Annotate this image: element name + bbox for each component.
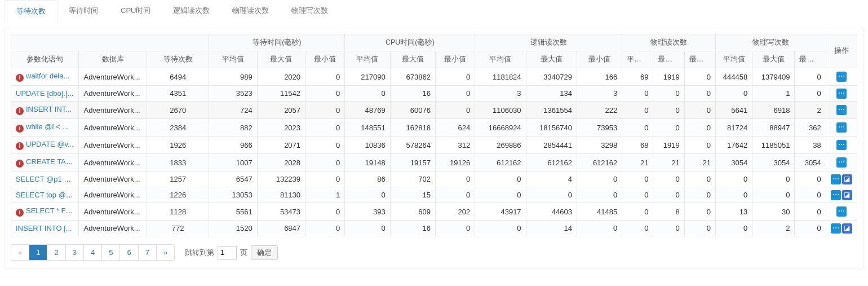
cell-pr-avg: 0 (622, 102, 653, 119)
table-row: iwaitfor dela...AdventureWork...64949892… (11, 68, 857, 86)
header-sql: 参数化语句 (11, 51, 79, 68)
cell-pr-avg: 0 (622, 187, 653, 203)
cell-lr-avg: 3 (475, 86, 526, 102)
header-cpu-avg: 平均值 (345, 51, 390, 68)
more-icon[interactable]: ⋯ (836, 140, 847, 150)
page-link[interactable]: 7 (139, 245, 156, 260)
sql-link[interactable]: while @i < ... (26, 122, 68, 131)
tab-5[interactable]: 物理写次数 (280, 0, 339, 22)
table-row: INSERT INTO [...AdventureWork...77215206… (11, 221, 857, 236)
cell-pr-max: 21 (653, 154, 684, 171)
cell-pw-min: 3054 (795, 154, 826, 171)
cell-pw-max: 1379409 (752, 68, 795, 86)
cell-wt-min: 0 (305, 137, 345, 154)
header-db: 数据库 (79, 51, 147, 68)
cell-pr-max: 0 (653, 187, 684, 203)
more-icon[interactable]: ⋯ (831, 174, 841, 184)
more-icon[interactable]: ⋯ (831, 190, 841, 200)
cell-wt-min: 0 (305, 154, 345, 171)
header-wt-max: 最大值 (257, 51, 305, 68)
tab-1[interactable]: 等待时间 (57, 0, 109, 22)
cell-lr-min: 0 (577, 221, 622, 236)
cell-ops: ⋯◪ (826, 171, 857, 187)
jump-input[interactable] (218, 246, 237, 259)
header-lr-max: 最大值 (526, 51, 577, 68)
page-link[interactable]: 2 (47, 245, 65, 260)
cell-wt-max: 2023 (257, 119, 305, 137)
cell-wait-count: 1257 (147, 171, 209, 187)
header-group-physical-writes: 物理写次数 (715, 34, 826, 51)
sql-link[interactable]: waitfor dela... (26, 72, 69, 80)
more-icon[interactable]: ⋯ (831, 223, 841, 234)
cell-cpu-max: 16 (390, 86, 435, 102)
header-pr-avg: 平均值 (622, 51, 653, 68)
cell-cpu-avg: 19148 (345, 154, 390, 171)
more-icon[interactable]: ⋯ (836, 105, 847, 115)
page-link[interactable]: « (11, 245, 29, 260)
link-icon[interactable]: ◪ (842, 174, 852, 184)
header-pr-min: 最小值 (684, 51, 715, 68)
cell-lr-avg: 0 (475, 221, 526, 236)
more-icon[interactable]: ⋯ (836, 122, 847, 133)
sql-link[interactable]: CREATE TAB... (26, 157, 77, 166)
cell-cpu-min: 202 (435, 203, 475, 221)
page-link[interactable]: 6 (120, 245, 138, 260)
sql-link[interactable]: INSERT INT... (26, 105, 72, 113)
tab-0[interactable]: 等待次数 (5, 0, 57, 22)
cell-pr-avg: 0 (622, 86, 653, 102)
page-link[interactable]: 1 (29, 245, 47, 260)
header-group-physical-reads: 物理读次数 (622, 34, 716, 51)
cell-wt-min: 0 (305, 203, 345, 221)
tab-3[interactable]: 逻辑读次数 (162, 0, 221, 22)
cell-db: AdventureWork... (79, 203, 147, 221)
table-row: SELECT @p1 = ...AdventureWork...12576547… (11, 171, 857, 187)
cell-pw-min: 2 (795, 102, 826, 119)
header-lr-min: 最小值 (577, 51, 622, 68)
cell-pr-min: 0 (684, 171, 715, 187)
sql-link[interactable]: SELECT top @v... (16, 191, 75, 199)
cell-cpu-max: 15 (390, 187, 435, 203)
more-icon[interactable]: ⋯ (836, 72, 847, 82)
tab-4[interactable]: 物理读次数 (221, 0, 280, 22)
cell-lr-min: 0 (577, 171, 622, 187)
cell-pr-max: 0 (653, 102, 684, 119)
table-row: iwhile @i < ...AdventureWork...238488220… (11, 119, 857, 137)
cell-pw-avg: 13 (715, 203, 752, 221)
cell-pr-min: 0 (684, 203, 715, 221)
more-icon[interactable]: ⋯ (836, 206, 847, 217)
sql-link[interactable]: UPDATE [dbo].[... (16, 89, 73, 98)
sql-link[interactable]: SELECT * FR... (26, 206, 77, 215)
cell-lr-min: 166 (577, 68, 622, 86)
cell-db: AdventureWork... (79, 68, 147, 86)
sql-link[interactable]: INSERT INTO [... (16, 224, 72, 232)
header-group-row: 等待时间(毫秒) CPU时间(毫秒) 逻辑读次数 物理读次数 物理写次数 操作 (11, 34, 857, 51)
cell-pw-avg: 3054 (715, 154, 752, 171)
sql-link[interactable]: SELECT @p1 = ... (16, 175, 76, 183)
more-icon[interactable]: ⋯ (836, 157, 847, 168)
page-link[interactable]: 5 (102, 245, 119, 260)
link-icon[interactable]: ◪ (842, 190, 852, 200)
cell-lr-avg: 269886 (475, 137, 526, 154)
cell-pw-max: 88947 (752, 119, 795, 137)
cell-pr-min: 0 (684, 102, 715, 119)
page-link[interactable]: 4 (84, 245, 101, 260)
more-icon[interactable]: ⋯ (836, 89, 847, 99)
table-row: iINSERT INT...AdventureWork...2670724205… (11, 102, 857, 119)
page-link[interactable]: 3 (66, 245, 83, 260)
jump-prefix: 跳转到第 (185, 248, 214, 258)
link-icon[interactable]: ◪ (842, 223, 852, 234)
sql-link[interactable]: UPDATE @v... (26, 140, 74, 148)
cell-wt-max: 6847 (257, 221, 305, 236)
cell-pr-max: 1919 (653, 68, 684, 86)
tab-2[interactable]: CPU时间 (109, 0, 162, 22)
cell-wt-min: 0 (305, 119, 345, 137)
jump-confirm-button[interactable]: 确定 (251, 245, 278, 260)
cell-lr-max: 18156740 (526, 119, 577, 137)
table-row: iUPDATE @v...AdventureWork...19269662071… (11, 137, 857, 154)
cell-pr-max: 1919 (653, 137, 684, 154)
cell-lr-min: 612162 (577, 154, 622, 171)
cell-cpu-max: 578264 (390, 137, 435, 154)
page-link[interactable]: » (157, 245, 174, 260)
cell-lr-max: 44603 (526, 203, 577, 221)
cell-pw-max: 30 (752, 203, 795, 221)
